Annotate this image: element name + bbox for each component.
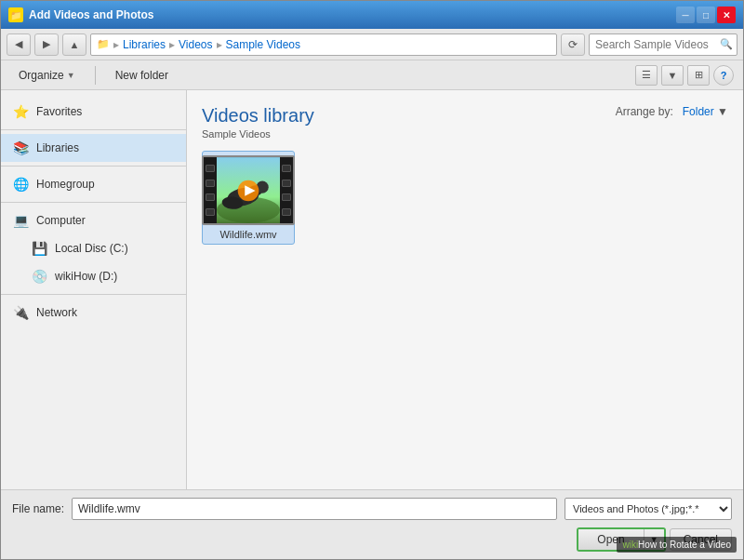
sidebar-item-label-homegroup: Homegroup <box>36 178 95 191</box>
refresh-button[interactable]: ⟳ <box>561 33 585 56</box>
window-title: Add Videos and Photos <box>29 8 676 21</box>
window-icon: 📁 <box>8 7 23 22</box>
toolbar-separator <box>95 66 96 85</box>
arrange-by-value[interactable]: Folder <box>683 105 714 118</box>
file-thumbnail-wildlife <box>202 155 295 225</box>
organize-dropdown-icon: ▼ <box>67 71 75 80</box>
film-hole <box>206 208 215 216</box>
sidebar-item-wikihow-drive[interactable]: 💿 wikiHow (D:) <box>1 262 186 290</box>
video-preview <box>217 157 280 223</box>
new-folder-button[interactable]: New folder <box>107 65 177 86</box>
sidebar-item-label-wikihow: wikiHow (D:) <box>55 270 117 283</box>
film-hole <box>282 193 291 201</box>
sidebar-item-label-local-disc: Local Disc (C:) <box>55 242 128 255</box>
wikihow-badge: wikiHow to Rotate a Video <box>617 537 737 553</box>
search-input[interactable] <box>595 38 716 51</box>
sidebar-item-local-disc[interactable]: 💾 Local Disc (C:) <box>1 234 186 262</box>
sidebar-item-label-favorites: Favorites <box>36 105 82 118</box>
wikihow-subtext: How to Rotate a Video <box>638 540 731 550</box>
breadcrumb-sep-3: ▸ <box>217 38 222 51</box>
film-hole <box>206 165 215 172</box>
library-subtitle: Sample Videos <box>202 128 728 140</box>
sidebar-item-computer[interactable]: 💻 Computer <box>1 207 186 234</box>
file-item-wildlife[interactable]: Wildlife.wmv <box>202 151 295 245</box>
titlebar-controls: ─ □ ✕ <box>676 7 736 23</box>
filename-input[interactable] <box>72 498 557 520</box>
search-box[interactable]: 🔍 <box>589 33 737 56</box>
breadcrumb-videos[interactable]: Videos <box>179 38 212 51</box>
sidebar-item-label-computer: Computer <box>36 214 86 227</box>
filetype-select[interactable]: Videos and Photos (*.jpg;*.* <box>565 498 732 520</box>
addressbar: ◀ ▶ ▲ 📁 ▸ Libraries ▸ Videos ▸ Sample Vi… <box>1 29 743 60</box>
close-button[interactable]: ✕ <box>717 7 736 23</box>
film-strip-left <box>204 157 217 223</box>
breadcrumb-bar[interactable]: 📁 ▸ Libraries ▸ Videos ▸ Sample Videos <box>90 33 557 56</box>
network-icon: 🔌 <box>12 304 29 321</box>
breadcrumb-icon: 📁 <box>97 38 110 50</box>
file-area: Arrange by: Folder ▼ Videos library Samp… <box>187 90 743 489</box>
libraries-icon: 📚 <box>12 140 29 156</box>
sidebar: ⭐ Favorites 📚 Libraries 🌐 Homegroup 💻 Co… <box>1 90 187 489</box>
organize-label: Organize <box>19 69 64 82</box>
favorites-icon: ⭐ <box>12 103 29 120</box>
view-details-dropdown[interactable]: ▼ <box>661 65 684 86</box>
arrange-by: Arrange by: Folder ▼ <box>616 105 728 118</box>
sidebar-item-label-libraries: Libraries <box>36 141 79 154</box>
sidebar-sep-4 <box>1 294 186 295</box>
back-button[interactable]: ◀ <box>7 33 31 56</box>
forward-button[interactable]: ▶ <box>34 33 59 56</box>
sidebar-item-network[interactable]: 🔌 Network <box>1 299 186 327</box>
sidebar-item-homegroup[interactable]: 🌐 Homegroup <box>1 170 186 198</box>
titlebar: 📁 Add Videos and Photos ─ □ ✕ <box>1 1 743 29</box>
up-button[interactable]: ▲ <box>62 33 86 56</box>
dialog-window: 📁 Add Videos and Photos ─ □ ✕ ◀ ▶ ▲ 📁 ▸ … <box>0 0 744 560</box>
film-hole <box>282 165 291 172</box>
toolbar: Organize ▼ New folder ☰ ▼ ⊞ ? <box>1 60 743 90</box>
local-disc-icon: 💾 <box>31 240 47 257</box>
breadcrumb-libraries[interactable]: Libraries <box>123 38 166 51</box>
organize-button[interactable]: Organize ▼ <box>10 65 84 86</box>
breadcrumb-sample-videos[interactable]: Sample Videos <box>226 38 301 51</box>
arrange-by-dropdown[interactable]: ▼ <box>717 105 728 118</box>
film-hole <box>206 193 215 201</box>
wikihow-drive-icon: 💿 <box>31 268 47 285</box>
filename-label: File name: <box>12 502 64 515</box>
film-hole <box>206 180 215 187</box>
sidebar-item-libraries[interactable]: 📚 Libraries <box>1 134 186 162</box>
main-content: ⭐ Favorites 📚 Libraries 🌐 Homegroup 💻 Co… <box>1 90 743 489</box>
file-grid: Wildlife.wmv <box>202 151 728 245</box>
filename-row: File name: Videos and Photos (*.jpg;*.* <box>12 498 732 520</box>
arrange-by-label: Arrange by: <box>616 105 673 118</box>
view-list-button[interactable]: ☰ <box>635 65 658 86</box>
film-hole <box>282 180 291 187</box>
search-icon: 🔍 <box>720 38 733 50</box>
sidebar-item-label-network: Network <box>36 306 77 319</box>
film-strip-right <box>280 157 293 223</box>
view-pane-button[interactable]: ⊞ <box>687 65 710 86</box>
file-name-wildlife: Wildlife.wmv <box>219 229 276 240</box>
computer-icon: 💻 <box>12 212 29 229</box>
sidebar-item-favorites[interactable]: ⭐ Favorites <box>1 98 186 126</box>
film-hole <box>282 208 291 216</box>
minimize-button[interactable]: ─ <box>676 7 695 23</box>
file-area-header: Arrange by: Folder ▼ Videos library Samp… <box>202 105 728 140</box>
sidebar-sep-2 <box>1 166 186 167</box>
maximize-button[interactable]: □ <box>697 7 715 23</box>
breadcrumb-sep-1: ▸ <box>113 38 119 51</box>
sidebar-sep-3 <box>1 202 186 203</box>
new-folder-label: New folder <box>115 69 168 82</box>
homegroup-icon: 🌐 <box>12 176 29 193</box>
help-button[interactable]: ? <box>713 65 734 86</box>
view-controls: ☰ ▼ ⊞ ? <box>635 65 734 86</box>
wiki-text: wiki <box>622 540 638 550</box>
sidebar-sep-1 <box>1 129 186 130</box>
breadcrumb-sep-2: ▸ <box>169 38 175 51</box>
